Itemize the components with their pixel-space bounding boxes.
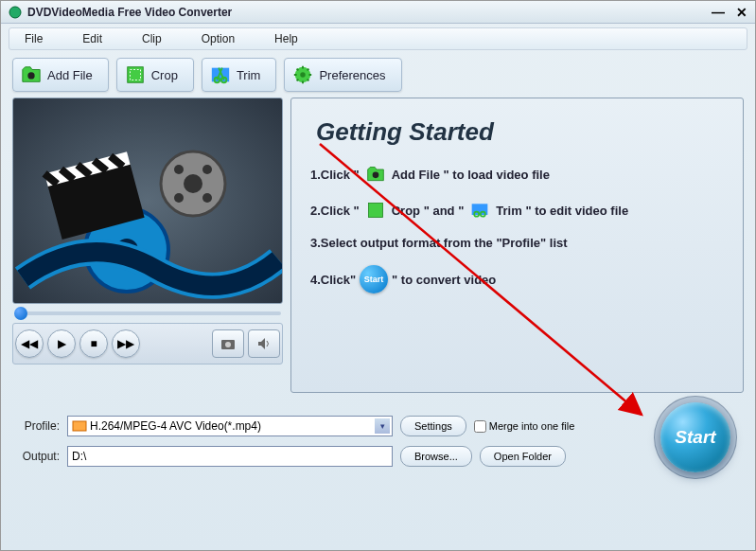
add-file-icon (363, 164, 388, 185)
svg-point-12 (202, 165, 212, 174)
settings-button[interactable]: Settings (400, 416, 466, 436)
forward-button[interactable]: ▶▶ (112, 329, 140, 358)
merge-checkbox-wrap[interactable]: Merge into one file (474, 420, 575, 433)
svg-point-20 (225, 342, 231, 347)
svg-point-14 (202, 193, 212, 203)
profile-format-icon (72, 419, 87, 433)
minimize-button[interactable]: — (712, 5, 725, 20)
svg-point-1 (27, 72, 34, 79)
preview-image (12, 98, 283, 304)
start-button[interactable]: Start (660, 402, 730, 472)
open-folder-button[interactable]: Open Folder (480, 446, 566, 467)
titlebar: DVDVideoMedia Free Video Converter — ✕ (1, 1, 755, 24)
close-button[interactable]: ✕ (736, 5, 747, 20)
menu-clip[interactable]: Clip (142, 32, 162, 45)
crop-icon (125, 64, 146, 85)
profile-value: H.264/MPEG-4 AVC Video(*.mp4) (90, 419, 261, 433)
svg-point-21 (372, 172, 378, 179)
preview-panel: ◀◀ ▶ ■ ▶▶ (12, 98, 283, 393)
menu-file[interactable]: File (25, 32, 43, 45)
svg-point-0 (9, 7, 21, 18)
profile-label: Profile: (12, 419, 60, 433)
browse-button[interactable]: Browse... (400, 446, 472, 467)
app-icon (9, 6, 22, 19)
content-area: ◀◀ ▶ ■ ▶▶ Getting Started 1.Click " (1, 98, 755, 393)
play-button[interactable]: ▶ (47, 329, 76, 358)
trim-button[interactable]: Trim (202, 58, 277, 92)
trim-icon (210, 64, 231, 85)
guide-step-2: 2.Click " Crop " and " Trim " to edit vi… (310, 200, 724, 221)
guide-step-3: 3.Select output format from the "Profile… (310, 236, 724, 250)
menu-help[interactable]: Help (274, 32, 298, 45)
start-icon: Start (360, 265, 388, 293)
crop-icon (363, 200, 388, 221)
add-file-icon (21, 64, 42, 85)
svg-point-13 (174, 193, 184, 203)
guide-step-4: 4.Click" Start " to convert video (310, 265, 724, 293)
volume-button[interactable] (248, 329, 280, 358)
trim-label: Trim (237, 68, 261, 82)
svg-point-10 (184, 174, 202, 193)
playback-controls: ◀◀ ▶ ■ ▶▶ (12, 323, 283, 364)
add-file-label: Add File (47, 68, 93, 82)
bottom-panel: Profile: H.264/MPEG-4 AVC Video(*.mp4) ▾… (1, 393, 755, 467)
output-label: Output: (12, 450, 60, 463)
add-file-button[interactable]: Add File (12, 58, 109, 92)
stop-button[interactable]: ■ (79, 329, 108, 358)
menubar: File Edit Clip Option Help (9, 27, 747, 50)
svg-point-11 (174, 165, 184, 174)
crop-label: Crop (151, 68, 178, 82)
trim-icon (467, 200, 492, 221)
svg-point-8 (301, 72, 307, 78)
rewind-button[interactable]: ◀◀ (15, 329, 44, 358)
guide-step-1: 1.Click " Add File " to load video file (310, 164, 724, 185)
crop-button[interactable]: Crop (116, 58, 194, 92)
app-window: DVDVideoMedia Free Video Converter — ✕ F… (0, 0, 756, 551)
guide-title: Getting Started (316, 117, 724, 147)
preferences-label: Preferences (319, 68, 385, 82)
window-title: DVDVideoMedia Free Video Converter (27, 6, 712, 19)
preferences-icon (292, 64, 313, 85)
output-input[interactable] (67, 446, 393, 467)
merge-checkbox[interactable] (474, 420, 486, 433)
profile-select[interactable]: H.264/MPEG-4 AVC Video(*.mp4) ▾ (67, 416, 393, 436)
toolbar: Add File Crop Trim Preferences (1, 50, 755, 98)
merge-label: Merge into one file (489, 420, 575, 432)
snapshot-button[interactable] (212, 329, 244, 358)
guide-panel: Getting Started 1.Click " Add File " to … (290, 98, 744, 393)
svg-rect-27 (73, 421, 86, 431)
menu-option[interactable]: Option (202, 32, 235, 45)
preferences-button[interactable]: Preferences (284, 58, 401, 92)
menu-edit[interactable]: Edit (82, 32, 102, 45)
seek-thumb[interactable] (14, 307, 27, 320)
svg-rect-22 (368, 204, 382, 218)
seek-slider[interactable] (12, 304, 283, 323)
chevron-down-icon: ▾ (375, 418, 390, 434)
